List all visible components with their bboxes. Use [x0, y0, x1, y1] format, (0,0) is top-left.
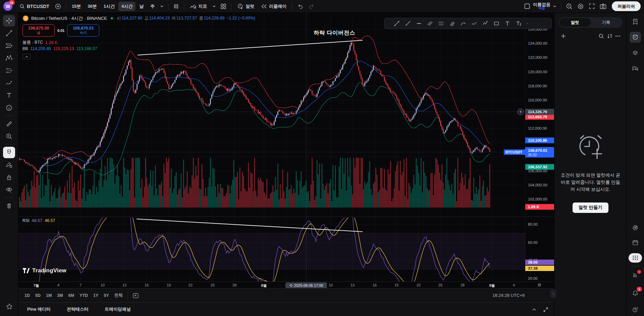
chart-style-button[interactable]	[171, 2, 181, 11]
chart-pane[interactable]: 126,000.00124,000.00122,000.00120,000.00…	[18, 13, 554, 316]
fullscreen-button[interactable]	[587, 2, 597, 11]
rectangle-tool[interactable]	[491, 19, 501, 28]
timeframe-dropdown-button[interactable]	[158, 2, 165, 11]
alerts-search-button[interactable]	[597, 32, 605, 40]
publish-button[interactable]: 퍼블리쉬	[612, 1, 641, 11]
undo-button[interactable]	[295, 2, 306, 11]
text-tool-button[interactable]	[3, 90, 15, 101]
favorites-star-button[interactable]	[3, 301, 15, 312]
object-tree-button[interactable]	[630, 48, 641, 58]
snapshot-button[interactable]	[598, 2, 608, 11]
chat-button[interactable]	[630, 63, 641, 74]
hide-drawings-button[interactable]	[3, 184, 15, 195]
ray-tool[interactable]	[403, 19, 413, 28]
compare-add-button[interactable]	[53, 2, 63, 11]
tab-strategy-tester[interactable]: 전략테스터	[65, 306, 91, 313]
time-axis[interactable]: ⚙ 7월47101316192225288월47101316192225289월…	[18, 281, 554, 288]
brush-tool-button[interactable]	[3, 77, 15, 89]
clock-display[interactable]: 16:24:28 UTC+9	[492, 293, 525, 298]
crosshair-tool-button[interactable]	[3, 15, 15, 27]
alerts-more-button[interactable]	[614, 34, 622, 38]
streams-button[interactable]	[630, 270, 641, 280]
calendar-button[interactable]	[630, 237, 641, 248]
chart-canvas[interactable]: 126,000.00124,000.00122,000.00120,000.00…	[18, 13, 554, 281]
indicators-button[interactable]: 지표	[187, 2, 210, 11]
replay-button[interactable]: 리플레이	[258, 2, 289, 11]
range-5d[interactable]: 5D	[33, 291, 43, 300]
emoji-tool-button[interactable]	[3, 102, 15, 114]
range-1d[interactable]: 1D	[22, 291, 33, 300]
tradingview-watermark[interactable]: TradingView	[22, 267, 66, 274]
zigzag-tool[interactable]	[480, 19, 490, 28]
user-avatar[interactable]: W 11	[3, 2, 12, 11]
sell-button[interactable]: 108,670.00 셀	[22, 24, 55, 37]
brush-tool[interactable]	[469, 19, 479, 28]
timeframe-1d[interactable]: 날	[136, 2, 147, 11]
quick-search-button[interactable]	[564, 2, 575, 11]
divergence-annotation[interactable]: 하락 다이버전스	[314, 29, 355, 37]
add-alert-button[interactable]	[559, 32, 568, 40]
timeframe-15m[interactable]: 15분	[69, 2, 84, 11]
time-axis-settings-icon[interactable]: ⚙	[537, 282, 541, 287]
magnet-tool-button[interactable]	[3, 147, 15, 158]
range-6m[interactable]: 6M	[66, 291, 77, 300]
pitchfork-tool[interactable]	[447, 19, 457, 28]
ideas-button[interactable]	[630, 222, 641, 233]
tab-pine-editor[interactable]: Pine 에디터	[25, 306, 53, 313]
lock-all-button[interactable]	[3, 172, 15, 183]
timeframe-1h[interactable]: 1시간	[101, 2, 118, 11]
indicator-templates-button[interactable]	[211, 2, 218, 11]
trend-line-tool[interactable]	[392, 19, 402, 28]
volume-legend[interactable]: 볼륨 · BTC 1.28 K	[22, 40, 57, 45]
layout-name-button[interactable]: 이름없음 저장	[533, 2, 550, 10]
range-ytd[interactable]: YTD	[77, 291, 91, 300]
range-1m[interactable]: 1M	[43, 291, 54, 300]
apps-grid-button[interactable]	[629, 253, 642, 263]
remove-drawings-button[interactable]	[3, 200, 15, 212]
symbol-search-button[interactable]: BTCUSDT	[16, 2, 52, 11]
drawing-lock-button[interactable]	[3, 159, 15, 171]
alerts-rail-button[interactable]	[630, 32, 641, 43]
notifications-button[interactable]: 1	[630, 288, 641, 299]
redo-button[interactable]	[306, 2, 317, 11]
layout-grid-button[interactable]	[218, 2, 228, 11]
layout-select-button[interactable]	[522, 2, 532, 11]
parallel-channel-tool[interactable]	[425, 19, 435, 28]
zoom-in-tool-button[interactable]	[3, 131, 15, 142]
help-button[interactable]	[630, 304, 641, 315]
timeframe-30m[interactable]: 30분	[85, 2, 100, 11]
flat-channel-tool[interactable]	[436, 19, 446, 28]
panel-maximize-button[interactable]	[542, 306, 549, 313]
tab-alerts[interactable]: 얼럿	[559, 18, 591, 27]
curve-tool[interactable]	[458, 19, 468, 28]
alert-create-button[interactable]: 얼럿	[234, 2, 257, 11]
drag-handle-icon[interactable]	[386, 19, 391, 28]
rsi-legend[interactable]: RSI 48.57 46.57	[22, 218, 55, 223]
prediction-tool-button[interactable]	[3, 65, 15, 76]
sidebar-collapse-handle[interactable]	[550, 290, 556, 298]
horizontal-line-tool[interactable]	[414, 19, 424, 28]
range-1y[interactable]: 1Y	[91, 291, 101, 300]
alerts-sort-button[interactable]	[605, 32, 614, 40]
tab-log[interactable]: 기록	[591, 18, 622, 27]
legend-collapse-button[interactable]	[22, 54, 31, 59]
xabcd-pattern-tool-button[interactable]	[3, 52, 15, 64]
layout-dropdown-button[interactable]	[551, 2, 558, 11]
range-5y[interactable]: 5Y	[101, 291, 111, 300]
text-tool[interactable]	[502, 19, 513, 28]
buy-button[interactable]: 108,670.01 바이	[67, 24, 99, 37]
bb-legend[interactable]: BB 114,205.85 115,225.13 113,186.57	[22, 46, 97, 51]
panel-open-button[interactable]	[531, 307, 537, 312]
tools-dropdown[interactable]	[525, 19, 530, 28]
symbol-title[interactable]: Bitcoin / TetherUS · 4시간 · BINANCE	[31, 15, 107, 21]
anchored-text-tool[interactable]	[514, 19, 524, 28]
timeframe-1w[interactable]: 주	[147, 2, 158, 11]
fib-retracement-tool-button[interactable]	[3, 40, 15, 51]
tab-trading-panel[interactable]: 트레이딩패널	[103, 306, 133, 313]
create-alert-button[interactable]: 얼럿 만들기	[573, 202, 608, 213]
goto-date-button[interactable]	[130, 291, 142, 300]
trend-line-tool-button[interactable]	[3, 28, 15, 39]
settings-button[interactable]	[575, 2, 586, 11]
timeframe-4h[interactable]: 4시간	[118, 2, 136, 11]
range-3m[interactable]: 3M	[54, 291, 65, 300]
